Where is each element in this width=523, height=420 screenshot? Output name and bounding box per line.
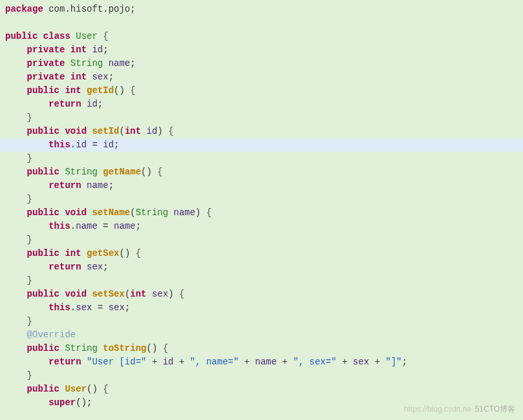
- code-line: this.name = name;: [5, 220, 523, 233]
- code-line: private int sex;: [5, 70, 523, 84]
- code-line: public int getSex() {: [5, 247, 523, 260]
- code-line: this.id = id;: [0, 138, 523, 152]
- code-line: public void setSex(int sex) {: [5, 288, 523, 301]
- code-line: return id;: [5, 98, 523, 111]
- code-line: }: [5, 152, 523, 165]
- code-line: this.sex = sex;: [5, 301, 523, 315]
- code-line: return name;: [5, 179, 523, 193]
- code-line: }: [5, 369, 523, 383]
- code-line: @Override: [5, 328, 523, 342]
- code-line: private int id;: [5, 43, 523, 57]
- code-line: }: [5, 274, 523, 288]
- code-line: return sex;: [5, 260, 523, 274]
- code-line: private String name;: [5, 57, 523, 70]
- code-line: package com.hisoft.pojo;: [5, 3, 523, 16]
- code-line: public int getId() {: [5, 84, 523, 98]
- code-line: public String toString() {: [5, 342, 523, 355]
- code-editor: package com.hisoft.pojo; public class Us…: [0, 0, 523, 410]
- code-line: public User() {: [5, 383, 523, 396]
- code-line: }: [5, 233, 523, 247]
- code-line: public void setId(int id) {: [5, 125, 523, 138]
- code-line: [5, 16, 523, 30]
- code-line: public String getName() {: [5, 165, 523, 179]
- code-line: return "User [id=" + id + ", name=" + na…: [5, 355, 523, 369]
- watermark-url: https://blog.csdn.ne: [404, 403, 471, 416]
- code-line: }: [5, 111, 523, 125]
- code-line: }: [5, 315, 523, 328]
- watermark-text: 51CTO博客: [475, 403, 515, 416]
- code-line: public class User {: [5, 30, 523, 43]
- code-line: }: [5, 193, 523, 206]
- code-line: public void setName(String name) {: [5, 206, 523, 220]
